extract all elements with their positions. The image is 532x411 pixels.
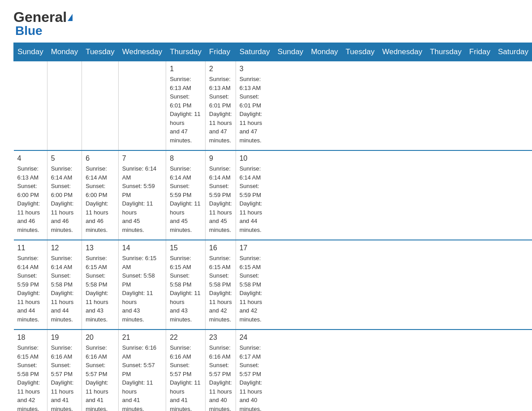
- day-info: Sunrise: 6:15 AM Sunset: 5:58 PM Dayligh…: [240, 254, 270, 324]
- day-number: 24: [240, 334, 270, 342]
- day-info: Sunrise: 6:13 AM Sunset: 6:00 PM Dayligh…: [17, 164, 43, 234]
- day-number: 13: [86, 244, 115, 252]
- calendar-cell: 17Sunrise: 6:15 AM Sunset: 5:58 PM Dayli…: [236, 240, 274, 330]
- day-number: 11: [17, 244, 43, 252]
- day-info: Sunrise: 6:15 AM Sunset: 5:58 PM Dayligh…: [122, 254, 162, 324]
- weekday-header-tuesday: Tuesday: [342, 43, 378, 61]
- day-number: 19: [51, 334, 78, 342]
- weekday-header-tuesday: Tuesday: [82, 43, 119, 61]
- calendar-cell: 14Sunrise: 6:15 AM Sunset: 5:58 PM Dayli…: [118, 240, 166, 330]
- day-info: Sunrise: 6:14 AM Sunset: 6:00 PM Dayligh…: [86, 164, 115, 234]
- weekday-header-wednesday: Wednesday: [118, 43, 166, 61]
- day-number: 2: [209, 65, 232, 73]
- calendar-cell: 18Sunrise: 6:15 AM Sunset: 5:58 PM Dayli…: [14, 330, 47, 411]
- calendar-cell: 3Sunrise: 6:13 AM Sunset: 6:01 PM Daylig…: [236, 61, 274, 151]
- day-number: 10: [240, 154, 270, 163]
- weekday-header-saturday: Saturday: [236, 43, 274, 61]
- weekday-header-sunday: Sunday: [274, 43, 307, 61]
- calendar-week-row: 11Sunrise: 6:14 AM Sunset: 5:59 PM Dayli…: [14, 240, 532, 330]
- day-info: Sunrise: 6:15 AM Sunset: 5:58 PM Dayligh…: [17, 343, 43, 411]
- calendar-cell: 9Sunrise: 6:14 AM Sunset: 5:59 PM Daylig…: [206, 150, 236, 240]
- calendar-cell: [14, 61, 47, 151]
- day-info: Sunrise: 6:14 AM Sunset: 5:59 PM Dayligh…: [17, 254, 43, 324]
- logo-triangle-icon: [68, 14, 73, 21]
- calendar-cell: 19Sunrise: 6:16 AM Sunset: 5:57 PM Dayli…: [47, 330, 82, 411]
- day-number: 3: [240, 65, 270, 73]
- weekday-header-sunday: Sunday: [14, 43, 47, 61]
- day-number: 20: [86, 334, 115, 342]
- calendar-cell: 4Sunrise: 6:13 AM Sunset: 6:00 PM Daylig…: [14, 150, 47, 240]
- day-info: Sunrise: 6:15 AM Sunset: 5:58 PM Dayligh…: [86, 254, 115, 324]
- day-number: 18: [17, 334, 43, 342]
- day-number: 7: [122, 154, 162, 163]
- weekday-header-thursday: Thursday: [166, 43, 206, 61]
- day-info: Sunrise: 6:16 AM Sunset: 5:57 PM Dayligh…: [51, 343, 78, 411]
- weekday-header-wednesday: Wednesday: [378, 43, 426, 61]
- calendar-cell: [82, 61, 119, 151]
- day-number: 8: [170, 154, 202, 163]
- logo-blue-text: Blue: [15, 24, 43, 38]
- day-info: Sunrise: 6:14 AM Sunset: 5:59 PM Dayligh…: [122, 164, 162, 234]
- day-info: Sunrise: 6:14 AM Sunset: 5:59 PM Dayligh…: [209, 164, 232, 234]
- calendar-cell: 8Sunrise: 6:14 AM Sunset: 5:59 PM Daylig…: [166, 150, 206, 240]
- calendar-cell: 2Sunrise: 6:13 AM Sunset: 6:01 PM Daylig…: [206, 61, 236, 151]
- calendar-cell: 1Sunrise: 6:13 AM Sunset: 6:01 PM Daylig…: [166, 61, 206, 151]
- day-number: 16: [209, 244, 232, 252]
- weekday-header-monday: Monday: [47, 43, 82, 61]
- calendar-table: SundayMondayTuesdayWednesdayThursdayFrid…: [13, 43, 532, 411]
- day-info: Sunrise: 6:14 AM Sunset: 6:00 PM Dayligh…: [51, 164, 78, 234]
- day-info: Sunrise: 6:13 AM Sunset: 6:01 PM Dayligh…: [209, 75, 232, 145]
- day-number: 12: [51, 244, 78, 252]
- calendar-cell: 11Sunrise: 6:14 AM Sunset: 5:59 PM Dayli…: [14, 240, 47, 330]
- calendar-cell: 15Sunrise: 6:15 AM Sunset: 5:58 PM Dayli…: [166, 240, 206, 330]
- calendar-week-row: 18Sunrise: 6:15 AM Sunset: 5:58 PM Dayli…: [14, 330, 532, 411]
- page-header: General Blue: [13, 9, 519, 38]
- day-info: Sunrise: 6:16 AM Sunset: 5:57 PM Dayligh…: [122, 343, 162, 411]
- day-number: 22: [170, 334, 202, 342]
- calendar-cell: 20Sunrise: 6:16 AM Sunset: 5:57 PM Dayli…: [82, 330, 119, 411]
- calendar-cell: 6Sunrise: 6:14 AM Sunset: 6:00 PM Daylig…: [82, 150, 119, 240]
- calendar-header-row: SundayMondayTuesdayWednesdayThursdayFrid…: [14, 43, 532, 61]
- day-number: 1: [170, 65, 202, 73]
- calendar-cell: 10Sunrise: 6:14 AM Sunset: 5:59 PM Dayli…: [236, 150, 274, 240]
- day-number: 23: [209, 334, 232, 342]
- day-info: Sunrise: 6:15 AM Sunset: 5:58 PM Dayligh…: [209, 254, 232, 324]
- calendar-cell: 16Sunrise: 6:15 AM Sunset: 5:58 PM Dayli…: [206, 240, 236, 330]
- day-info: Sunrise: 6:14 AM Sunset: 5:59 PM Dayligh…: [240, 164, 270, 234]
- day-info: Sunrise: 6:13 AM Sunset: 6:01 PM Dayligh…: [170, 75, 202, 145]
- calendar-cell: 23Sunrise: 6:16 AM Sunset: 5:57 PM Dayli…: [206, 330, 236, 411]
- calendar-cell: 12Sunrise: 6:14 AM Sunset: 5:58 PM Dayli…: [47, 240, 82, 330]
- day-info: Sunrise: 6:16 AM Sunset: 5:57 PM Dayligh…: [170, 343, 202, 411]
- day-info: Sunrise: 6:13 AM Sunset: 6:01 PM Dayligh…: [240, 75, 270, 145]
- logo: General Blue: [13, 9, 73, 38]
- calendar-cell: [47, 61, 82, 151]
- calendar-cell: 22Sunrise: 6:16 AM Sunset: 5:57 PM Dayli…: [166, 330, 206, 411]
- calendar-week-row: 4Sunrise: 6:13 AM Sunset: 6:00 PM Daylig…: [14, 150, 532, 240]
- calendar-cell: 13Sunrise: 6:15 AM Sunset: 5:58 PM Dayli…: [82, 240, 119, 330]
- day-number: 15: [170, 244, 202, 252]
- day-info: Sunrise: 6:17 AM Sunset: 5:57 PM Dayligh…: [240, 343, 270, 411]
- weekday-header-monday: Monday: [307, 43, 342, 61]
- day-info: Sunrise: 6:15 AM Sunset: 5:58 PM Dayligh…: [170, 254, 202, 324]
- calendar-cell: 5Sunrise: 6:14 AM Sunset: 6:00 PM Daylig…: [47, 150, 82, 240]
- weekday-header-friday: Friday: [465, 43, 494, 61]
- day-number: 5: [51, 154, 78, 163]
- calendar-cell: 7Sunrise: 6:14 AM Sunset: 5:59 PM Daylig…: [118, 150, 166, 240]
- calendar-cell: [118, 61, 166, 151]
- weekday-header-saturday: Saturday: [494, 43, 532, 61]
- day-number: 14: [122, 244, 162, 252]
- day-info: Sunrise: 6:16 AM Sunset: 5:57 PM Dayligh…: [209, 343, 232, 411]
- weekday-header-thursday: Thursday: [426, 43, 465, 61]
- day-number: 17: [240, 244, 270, 252]
- day-info: Sunrise: 6:14 AM Sunset: 5:58 PM Dayligh…: [51, 254, 78, 324]
- calendar-cell: 24Sunrise: 6:17 AM Sunset: 5:57 PM Dayli…: [236, 330, 274, 411]
- logo-general-text: General: [13, 9, 67, 26]
- day-number: 9: [209, 154, 232, 163]
- weekday-header-friday: Friday: [206, 43, 236, 61]
- day-number: 4: [17, 154, 43, 163]
- day-number: 21: [122, 334, 162, 342]
- day-info: Sunrise: 6:14 AM Sunset: 5:59 PM Dayligh…: [170, 164, 202, 234]
- calendar-cell: 21Sunrise: 6:16 AM Sunset: 5:57 PM Dayli…: [118, 330, 166, 411]
- day-info: Sunrise: 6:16 AM Sunset: 5:57 PM Dayligh…: [86, 343, 115, 411]
- day-number: 6: [86, 154, 115, 163]
